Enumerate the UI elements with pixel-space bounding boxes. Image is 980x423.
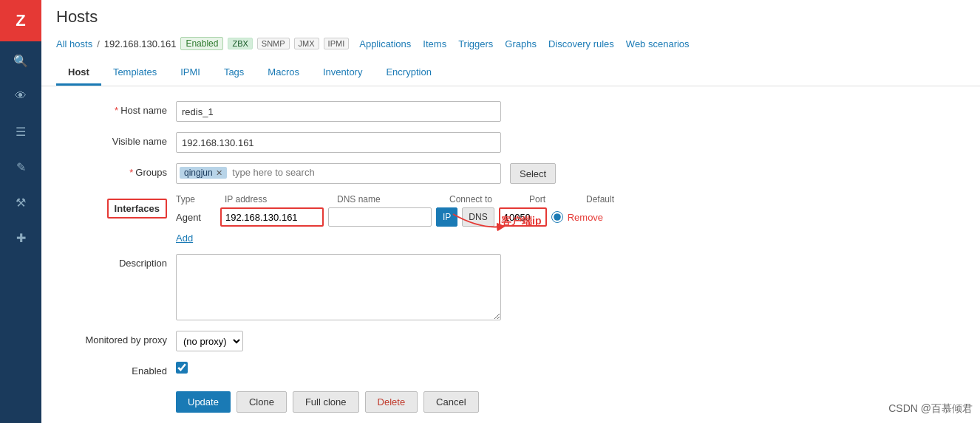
add-interface-link[interactable]: Add	[176, 233, 193, 244]
plus-icon[interactable]: ✚	[0, 221, 41, 254]
page-header: Hosts All hosts / 192.168.130.161 Enable…	[41, 0, 980, 86]
breadcrumb-host: 192.168.130.161	[104, 38, 177, 49]
badge-zbx[interactable]: ZBX	[228, 38, 252, 49]
enabled-row: Enabled	[64, 362, 958, 376]
groups-label: *Groups	[64, 163, 167, 178]
sidebar: Z 🔍 👁 ☰ ✎ ⚒ ✚	[0, 0, 41, 423]
group-tag-close[interactable]: ✕	[216, 168, 222, 178]
agent-ip-input[interactable]	[220, 207, 324, 227]
interfaces-agent-row-wrapper: Agent IP DNS Remove	[176, 207, 958, 227]
action-buttons: Update Clone Full clone Delete Cancel	[64, 391, 958, 413]
logo[interactable]: Z	[0, 0, 41, 41]
tab-templates[interactable]: Templates	[101, 61, 169, 86]
all-hosts-link[interactable]: All hosts	[56, 38, 92, 49]
discovery-rules-link[interactable]: Discovery rules	[548, 38, 614, 49]
badge-snmp[interactable]: SNMP	[257, 38, 290, 49]
visible-name-row: Visible name	[64, 132, 958, 153]
cancel-button[interactable]: Cancel	[423, 391, 478, 413]
description-textarea[interactable]	[176, 254, 501, 320]
groups-input-wrapper[interactable]: qingjun ✕	[176, 163, 501, 184]
interfaces-content: Type IP address DNS name Connect to Port…	[176, 194, 958, 244]
triggers-link[interactable]: Triggers	[458, 38, 493, 49]
description-row: Description	[64, 254, 958, 320]
web-scenarios-link[interactable]: Web scenarios	[626, 38, 690, 49]
applications-link[interactable]: Applications	[359, 38, 411, 49]
agent-default-radio[interactable]	[551, 211, 563, 223]
col-dns-header: DNS name	[337, 194, 440, 204]
tab-tags[interactable]: Tags	[212, 61, 256, 86]
col-ip-header: IP address	[225, 194, 328, 204]
tab-host[interactable]: Host	[56, 61, 101, 86]
proxy-row: Monitored by proxy (no proxy)	[64, 331, 958, 351]
interfaces-agent-row: Agent IP DNS Remove	[176, 207, 958, 227]
enabled-checkbox[interactable]	[176, 362, 188, 374]
groups-row: *Groups qingjun ✕ Select	[64, 163, 958, 184]
full-clone-button[interactable]: Full clone	[293, 391, 359, 413]
col-port-header: Port	[529, 194, 577, 204]
chart-icon[interactable]: ✎	[0, 151, 41, 183]
search-icon[interactable]: 🔍	[0, 44, 41, 77]
tab-ipmi[interactable]: IPMI	[169, 61, 212, 86]
connect-dns-button[interactable]: DNS	[462, 207, 494, 227]
tabs: Host Templates IPMI Tags Macros Inventor…	[56, 61, 965, 86]
main-content: Hosts All hosts / 192.168.130.161 Enable…	[41, 0, 980, 423]
interfaces-label: Interfaces	[64, 194, 167, 219]
host-name-row: *Host name	[64, 101, 958, 122]
status-enabled-badge: Enabled	[180, 37, 223, 50]
list-icon[interactable]: ☰	[0, 115, 41, 148]
agent-dns-input[interactable]	[328, 207, 432, 227]
visible-name-label: Visible name	[64, 132, 167, 147]
graphs-link[interactable]: Graphs	[505, 38, 537, 49]
agent-type-label: Agent	[176, 212, 216, 223]
interfaces-button[interactable]: Interfaces	[107, 199, 167, 219]
description-label: Description	[64, 254, 167, 269]
badge-jmx[interactable]: JMX	[294, 38, 319, 49]
enabled-label: Enabled	[64, 362, 167, 376]
groups-search-input[interactable]	[232, 167, 380, 178]
group-tag-qingjun: qingjun ✕	[180, 167, 227, 179]
tab-macros[interactable]: Macros	[256, 61, 311, 86]
page-title: Hosts	[56, 7, 965, 27]
badge-ipmi[interactable]: IPMI	[324, 38, 350, 49]
host-name-input[interactable]	[176, 101, 501, 122]
clone-button[interactable]: Clone	[237, 391, 287, 413]
tab-encryption[interactable]: Encryption	[374, 61, 443, 86]
breadcrumb-bar: All hosts / 192.168.130.161 Enabled ZBX …	[56, 32, 965, 55]
proxy-label: Monitored by proxy	[64, 331, 167, 345]
select-button[interactable]: Select	[510, 163, 556, 184]
wrench-icon[interactable]: ⚒	[0, 186, 41, 219]
connect-ip-button[interactable]: IP	[436, 207, 457, 227]
watermark: CSDN @百慕倾君	[888, 402, 973, 416]
eye-icon[interactable]: 👁	[0, 80, 41, 112]
interfaces-row: Interfaces Type IP address DNS name Conn…	[64, 194, 958, 244]
host-name-label: *Host name	[64, 101, 167, 116]
proxy-select[interactable]: (no proxy)	[176, 331, 243, 351]
delete-button[interactable]: Delete	[365, 391, 418, 413]
col-type-header: Type	[176, 194, 216, 204]
col-connect-header: Connect to	[449, 194, 520, 204]
nav-links: Applications Items Triggers Graphs Disco…	[359, 38, 689, 49]
tab-inventory[interactable]: Inventory	[311, 61, 374, 86]
form-content: *Host name Visible name *Groups qingjun …	[41, 86, 980, 423]
remove-link[interactable]: Remove	[568, 212, 603, 223]
agent-port-input[interactable]	[499, 207, 547, 227]
breadcrumb-sep: /	[97, 38, 100, 49]
update-button[interactable]: Update	[176, 391, 231, 413]
col-default-header: Default	[586, 194, 630, 204]
visible-name-input[interactable]	[176, 132, 501, 153]
items-link[interactable]: Items	[423, 38, 446, 49]
